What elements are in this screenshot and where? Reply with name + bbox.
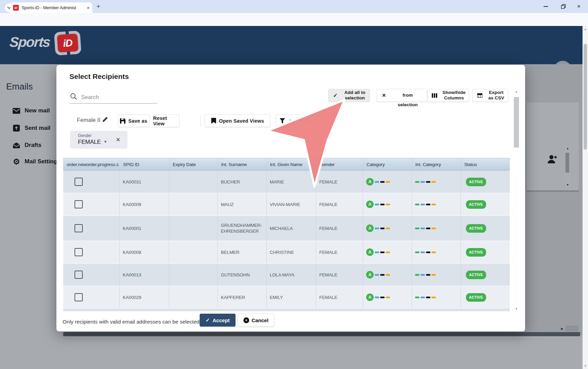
scroll-up-icon[interactable]: ▲ [513,90,519,93]
view-name-label: Female II [77,117,101,123]
category-badge: A [366,178,374,186]
row-checkbox[interactable] [75,224,83,232]
send-icon [12,124,21,132]
col-header[interactable]: order.neworder.progress.s [64,158,120,170]
status-badge: ACTIVE [466,200,486,209]
scroll-down-icon[interactable]: ▼ [583,364,588,368]
remove-filter-icon[interactable]: × [116,135,120,144]
new-tab-button[interactable]: + [96,3,100,10]
filter-chip-value: FEMALE [78,139,101,146]
cell-expiry [169,264,218,286]
category-badge: A [366,224,374,232]
col-header[interactable]: Int. Given Name [267,158,317,170]
gender-filter-chip[interactable]: Gender FEMALE ▾ × [70,131,128,149]
row-checkbox[interactable] [75,248,83,256]
browser-tab[interactable]: iD Sports-iD - Member Administra × [10,2,92,13]
cell-surname: GRUENDHAMMER-EHRENSBERGER [218,216,267,241]
category-badge: A [366,293,374,301]
app-header: Sports iD MEMBERS FEDERATION STRUCTURE M… [0,26,588,64]
sidebar-item-sent-mail[interactable]: Sent mail [12,124,51,132]
cell-gender: FEMALE [316,216,363,241]
cell-category: A [363,264,412,286]
open-saved-views-button[interactable]: Open Saved Views [205,114,270,127]
sports-id-logo-icon[interactable]: iD [54,30,82,55]
row-checkbox[interactable] [75,178,83,186]
view-bar-divider [200,115,201,126]
col-header[interactable]: Gender [317,158,363,170]
category-badge: A [366,201,374,208]
row-checkbox[interactable] [75,293,83,301]
col-header[interactable]: Int. Surname [218,158,267,170]
cell-spid: KA00001 [120,216,169,241]
cancel-button[interactable]: × Cancel [238,314,274,327]
table-row: KA00009 MAUZ VIVIAN-MARIE FEMALE A ACTIV… [63,193,510,216]
dialog-scrollbar-thumb[interactable] [514,97,519,148]
cell-surname: KAPFERER [218,286,267,308]
table-row: KA00013 GUTENSOHN LOLA MAYA FEMALE A ACT… [63,264,510,286]
scroll-down-icon: ▼ [566,183,569,187]
cancel-x-icon: × [243,317,249,323]
dimmed-card [527,102,579,142]
remove-from-selection-button[interactable]: × from selection [377,89,427,102]
scroll-up-icon: ▲ [566,147,569,150]
edit-pencil-icon[interactable] [102,116,108,123]
status-badge: ACTIVE [466,178,486,186]
filter-chip-label: Gender [78,133,92,138]
cell-category: A [363,216,412,241]
scroll-down-icon[interactable]: ▼ [513,308,519,311]
cell-expiry [169,171,218,193]
accept-button[interactable]: ✓ Accept [200,314,236,327]
cell-gender: FEMALE [316,171,363,193]
tab-close-icon[interactable]: × [87,5,90,10]
add-filter-button[interactable]: Add Filter [276,114,316,127]
cell-status: ACTIVE [461,171,509,193]
sidebar-item-new-mail[interactable]: New mail [12,107,50,115]
cell-category: A [363,171,412,193]
browser-tabstrip: iD Sports-iD - Member Administra × + × [0,0,588,13]
col-header[interactable]: Int. Category [412,158,461,170]
dialog-title: Select Recipients [69,72,129,81]
cell-int-category [412,193,461,215]
cell-spid: KA00029 [120,286,169,308]
cell-given-name: MICHAELA [267,216,316,241]
show-hide-columns-button[interactable]: Show/hideColumns [427,89,469,102]
col-header[interactable]: Status [461,158,509,170]
scroll-up-icon[interactable]: ▲ [583,27,588,31]
footer-note: Only recipients with valid email address… [63,319,200,325]
check-icon: ✓ [205,317,210,323]
cell-spid: KA00008 [120,241,169,263]
row-checkbox[interactable] [75,271,83,279]
chevron-down-icon[interactable]: ▾ [104,139,107,144]
add-all-to-selection-button[interactable]: ✓ Add all toselection [328,89,370,102]
select-recipients-dialog: Select Recipients ✓ Add all toselection … [56,65,525,331]
status-badge: ACTIVE [466,224,486,233]
status-badge: ACTIVE [466,248,486,257]
cell-int-category [412,264,461,286]
cell-int-category [412,286,461,308]
page-scrollbar-thumb[interactable] [584,44,587,150]
dimmed-bottom-bar [63,332,580,336]
cell-expiry [169,241,218,263]
cell-status: ACTIVE [461,216,509,241]
export-as-csv-button[interactable]: Exportas CSV [472,89,508,102]
table-row: KA00008 BELMER CHRISTINE FEMALE A ACTIVE [63,241,510,264]
logo-text[interactable]: Sports [9,34,50,50]
search-input[interactable] [80,94,153,101]
tab-title: Sports-iD - Member Administra [22,5,76,10]
reset-view-button[interactable]: Reset View [153,114,179,127]
window-close-button[interactable]: × [577,4,580,9]
window-minimize-button[interactable] [544,4,548,9]
x-icon: × [380,92,387,99]
col-header[interactable]: Category [363,158,412,170]
col-header[interactable]: Expiry Date [170,158,218,170]
dialog-scrollbar[interactable]: ▲ ▼ [513,89,519,312]
row-checkbox[interactable] [75,200,83,208]
window-restore-button[interactable] [561,4,566,9]
col-header[interactable]: SPID ID [120,158,170,170]
sidebar-item-drafts[interactable]: Drafts [12,141,41,149]
save-as-button[interactable]: Save as [118,114,149,127]
sidebar-item-mail-settings[interactable]: ⚙ Mail Settings [12,158,61,166]
columns-icon [431,93,438,98]
search-icon [70,93,77,100]
cell-gender: FEMALE [316,286,363,308]
